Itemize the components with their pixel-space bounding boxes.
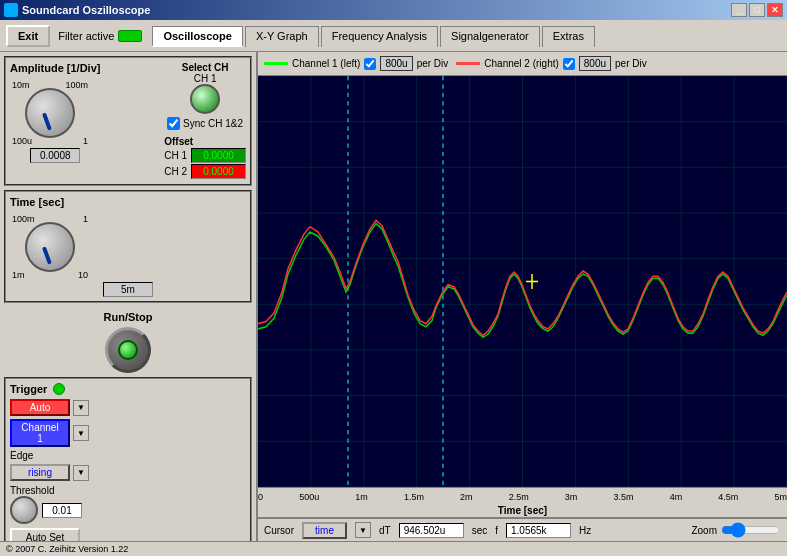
trigger-mode-button[interactable]: Auto bbox=[10, 399, 70, 416]
threshold-input[interactable] bbox=[42, 503, 82, 518]
time-label-5m: 5m bbox=[774, 492, 787, 502]
offset-label: Offset bbox=[164, 136, 246, 147]
time-label-2m: 2m bbox=[460, 492, 473, 502]
time-label-2.5m: 2.5m bbox=[509, 492, 529, 502]
time-label-1.5m: 1.5m bbox=[404, 492, 424, 502]
amp-label-tr: 100m bbox=[65, 80, 88, 90]
amplitude-knob[interactable] bbox=[25, 88, 75, 138]
time-label-bl: 1m bbox=[12, 270, 25, 280]
ch2-legend: Channel 2 (right) 800u per Div bbox=[456, 56, 646, 71]
trigger-mode-row: Auto ▼ bbox=[10, 399, 246, 416]
trigger-section: Trigger Auto ▼ Channel 1 ▼ Edge rising ▼ bbox=[4, 377, 252, 541]
time-section: Time [sec] 100m 1 1m 10 5m bbox=[4, 190, 252, 303]
ch-select-knob[interactable] bbox=[190, 84, 220, 114]
amp-label-tl: 10m bbox=[12, 80, 30, 90]
threshold-label: Threshold bbox=[10, 485, 246, 496]
time-label-tr: 1 bbox=[83, 214, 88, 224]
sync-label: Sync CH 1&2 bbox=[183, 118, 243, 129]
ch1-legend: Channel 1 (left) 800u per Div bbox=[264, 56, 448, 71]
time-value: 5m bbox=[103, 282, 153, 297]
time-knob-wrap: 100m 1 1m 10 bbox=[10, 212, 90, 282]
time-label-0: 0 bbox=[258, 492, 263, 502]
ch2-div-value: 800u bbox=[579, 56, 611, 71]
sync-checkbox[interactable] bbox=[167, 117, 180, 130]
trigger-edge-button[interactable]: rising bbox=[10, 464, 70, 481]
edge-label: Edge bbox=[10, 450, 246, 461]
tab-frequency-analysis[interactable]: Frequency Analysis bbox=[321, 26, 438, 47]
trigger-header: Trigger bbox=[10, 383, 246, 395]
zoom-slider[interactable] bbox=[721, 522, 781, 538]
time-axis-labels: 0 500u 1m 1.5m 2m 2.5m 3m 3.5m 4m 4.5m 5… bbox=[258, 492, 787, 502]
ch1-offset-label: CH 1 bbox=[164, 150, 187, 161]
ch1-div-value: 800u bbox=[380, 56, 412, 71]
ch1-per-div: per Div bbox=[417, 58, 449, 69]
f-input[interactable] bbox=[506, 523, 571, 538]
trigger-channel-button[interactable]: Channel 1 bbox=[10, 419, 70, 447]
ch1-line bbox=[264, 62, 288, 65]
ch1-offset-row: CH 1 bbox=[164, 148, 246, 163]
trigger-led bbox=[53, 383, 65, 395]
filter-label: Filter active bbox=[58, 30, 114, 42]
time-knob[interactable] bbox=[25, 222, 75, 272]
channel-bar: Channel 1 (left) 800u per Div Channel 2 … bbox=[258, 52, 787, 76]
amplitude-section: Amplitude [1/Div] 10m 100m 100u 1 0.0008… bbox=[4, 56, 252, 186]
tab-xy-graph[interactable]: X-Y Graph bbox=[245, 26, 319, 47]
threshold-area: Threshold bbox=[10, 485, 246, 524]
time-axis-label: Time [sec] bbox=[498, 505, 547, 516]
title-bar: Soundcard Oszilloscope _ □ ✕ bbox=[0, 0, 787, 20]
minimize-button[interactable]: _ bbox=[731, 3, 747, 17]
threshold-knob[interactable] bbox=[10, 496, 38, 524]
toolbar: Exit Filter active Oscilloscope X-Y Grap… bbox=[0, 20, 787, 52]
ch1-legend-label: Channel 1 (left) bbox=[292, 58, 360, 69]
dt-unit: sec bbox=[472, 525, 488, 536]
autoset-button[interactable]: Auto Set bbox=[10, 528, 80, 541]
scope-display bbox=[258, 76, 787, 487]
trigger-channel-dropdown[interactable]: ▼ bbox=[73, 425, 89, 441]
autoset-row: Auto Set bbox=[10, 528, 246, 541]
dt-label: dT bbox=[379, 525, 391, 536]
f-unit: Hz bbox=[579, 525, 591, 536]
time-label-500u: 500u bbox=[299, 492, 319, 502]
run-stop-inner bbox=[118, 340, 138, 360]
amplitude-value: 0.0008 bbox=[30, 148, 80, 163]
ch1-offset-input[interactable] bbox=[191, 148, 246, 163]
ch2-checkbox[interactable] bbox=[563, 58, 575, 70]
tab-oscilloscope[interactable]: Oscilloscope bbox=[152, 26, 242, 47]
time-label-tl: 100m bbox=[12, 214, 35, 224]
cursor-mode-button[interactable]: time bbox=[302, 522, 347, 539]
amp-label-bl: 100u bbox=[12, 136, 32, 146]
app-icon bbox=[4, 3, 18, 17]
tab-extras[interactable]: Extras bbox=[542, 26, 595, 47]
cursor-label: Cursor bbox=[264, 525, 294, 536]
tab-signalgenerator[interactable]: Signalgenerator bbox=[440, 26, 540, 47]
filter-led bbox=[118, 30, 142, 42]
ch2-offset-input[interactable] bbox=[191, 164, 246, 179]
run-stop-label: Run/Stop bbox=[4, 311, 252, 323]
time-label-br: 10 bbox=[78, 270, 88, 280]
zoom-area: Zoom bbox=[691, 522, 781, 538]
trigger-mode-dropdown[interactable]: ▼ bbox=[73, 400, 89, 416]
cursor-mode-dropdown[interactable]: ▼ bbox=[355, 522, 371, 538]
amplitude-knob-wrap: 10m 100m 100u 1 bbox=[10, 78, 90, 148]
run-stop-button[interactable] bbox=[105, 327, 151, 373]
run-stop-area: Run/Stop bbox=[4, 311, 252, 373]
dt-input[interactable] bbox=[399, 523, 464, 538]
trigger-edge-dropdown[interactable]: ▼ bbox=[73, 465, 89, 481]
trigger-channel-row: Channel 1 ▼ bbox=[10, 419, 246, 447]
trigger-edge-row: rising ▼ bbox=[10, 464, 246, 481]
select-ch-label: Select CH bbox=[182, 62, 229, 73]
maximize-button[interactable]: □ bbox=[749, 3, 765, 17]
copyright: © 2007 C. Zeihitz Version 1.22 bbox=[0, 541, 787, 556]
title-text: Soundcard Oszilloscope bbox=[22, 4, 150, 16]
exit-button[interactable]: Exit bbox=[6, 25, 50, 47]
time-label-4m: 4m bbox=[670, 492, 683, 502]
scope-svg bbox=[258, 76, 787, 487]
ch2-per-div: per Div bbox=[615, 58, 647, 69]
time-axis-title: Time [sec] bbox=[258, 505, 787, 517]
f-label: f bbox=[495, 525, 498, 536]
close-button[interactable]: ✕ bbox=[767, 3, 783, 17]
ch2-offset-row: CH 2 bbox=[164, 164, 246, 179]
ch1-checkbox[interactable] bbox=[364, 58, 376, 70]
time-title: Time [sec] bbox=[10, 196, 246, 208]
tabs: Oscilloscope X-Y Graph Frequency Analysi… bbox=[152, 24, 597, 47]
